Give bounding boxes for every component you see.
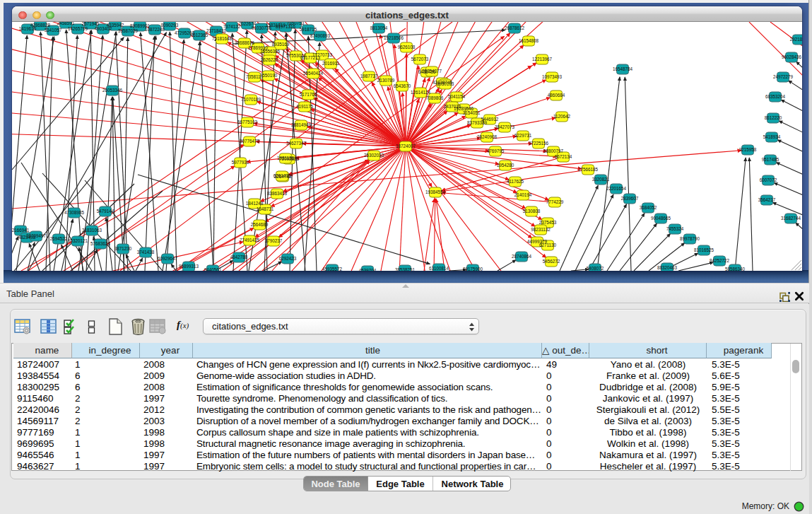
- svg-text:63100814: 63100814: [429, 266, 449, 271]
- svg-text:4612365: 4612365: [191, 33, 208, 37]
- svg-text:5041154: 5041154: [448, 94, 466, 99]
- svg-text:5130808: 5130808: [523, 209, 541, 214]
- svg-text:7550190: 7550190: [260, 73, 278, 78]
- svg-text:4335942: 4335942: [107, 23, 124, 28]
- svg-text:29175900: 29175900: [463, 267, 483, 271]
- svg-text:71070189: 71070189: [241, 97, 261, 102]
- svg-text:3741438: 3741438: [137, 250, 155, 255]
- svg-text:75181648: 75181648: [212, 36, 233, 41]
- svg-text:1987737: 1987737: [360, 74, 378, 78]
- svg-text:90048665: 90048665: [651, 216, 671, 221]
- svg-text:38427073: 38427073: [495, 124, 515, 129]
- svg-text:20709497: 20709497: [26, 233, 47, 238]
- svg-text:9517485: 9517485: [762, 157, 779, 162]
- svg-text:12614124: 12614124: [411, 90, 431, 95]
- svg-text:7089806: 7089806: [426, 95, 444, 100]
- svg-text:66775103: 66775103: [237, 119, 258, 124]
- svg-text:84252722: 84252722: [710, 258, 730, 263]
- svg-text:57683626: 57683626: [90, 241, 111, 246]
- svg-text:2458591: 2458591: [57, 22, 75, 25]
- svg-text:68800797: 68800797: [543, 148, 564, 153]
- svg-text:45935572: 45935572: [322, 267, 343, 271]
- svg-text:3320821: 3320821: [592, 177, 610, 182]
- svg-text:17270733: 17270733: [312, 52, 333, 57]
- svg-text:6261415: 6261415: [273, 173, 291, 178]
- svg-text:77491435: 77491435: [240, 238, 260, 243]
- svg-text:95320121: 95320121: [68, 238, 88, 243]
- svg-text:6229731: 6229731: [514, 133, 532, 138]
- svg-text:8090293: 8090293: [161, 23, 179, 28]
- svg-text:8813054: 8813054: [370, 25, 388, 30]
- svg-text:6543670: 6543670: [394, 83, 411, 88]
- svg-text:38688676: 38688676: [235, 40, 255, 45]
- svg-text:1981186: 1981186: [277, 156, 295, 160]
- svg-text:16154808: 16154808: [519, 38, 539, 43]
- svg-text:2564689: 2564689: [251, 222, 269, 227]
- svg-text:25302033: 25302033: [364, 153, 384, 158]
- svg-text:19218506: 19218506: [384, 35, 404, 40]
- svg-text:22201654: 22201654: [606, 186, 627, 191]
- svg-text:19384554: 19384554: [425, 189, 446, 194]
- svg-text:6672134: 6672134: [555, 154, 572, 159]
- svg-text:5408072: 5408072: [587, 266, 604, 271]
- svg-text:42868828: 42868828: [30, 23, 51, 28]
- svg-text:6271130: 6271130: [539, 243, 557, 247]
- svg-text:2375453: 2375453: [539, 220, 557, 225]
- svg-text:1120642: 1120642: [553, 114, 571, 119]
- svg-text:16548784: 16548784: [613, 66, 633, 71]
- svg-text:2130789: 2130789: [377, 78, 395, 83]
- svg-text:89978790: 89978790: [680, 236, 700, 241]
- svg-text:8612220: 8612220: [765, 115, 782, 120]
- svg-text:28814949: 28814949: [291, 122, 312, 127]
- svg-text:9626108: 9626108: [398, 45, 416, 49]
- svg-text:31831063: 31831063: [82, 228, 102, 233]
- svg-text:3564217: 3564217: [758, 197, 776, 202]
- svg-text:2839607: 2839607: [621, 196, 639, 201]
- svg-text:4539704: 4539704: [359, 268, 377, 271]
- svg-text:14265799: 14265799: [68, 26, 88, 31]
- svg-text:4842788: 4842788: [230, 255, 248, 259]
- svg-text:1841248: 1841248: [246, 201, 264, 206]
- svg-text:8935169: 8935169: [272, 42, 290, 47]
- svg-text:4860684: 4860684: [548, 93, 565, 98]
- svg-text:34627347: 34627347: [286, 141, 307, 146]
- svg-text:26878612: 26878612: [505, 25, 525, 30]
- svg-text:24972279: 24972279: [773, 74, 794, 79]
- svg-text:30776478: 30776478: [240, 139, 260, 144]
- svg-text:55540424: 55540424: [303, 71, 324, 76]
- svg-text:5977931: 5977931: [232, 160, 249, 165]
- svg-text:5171761: 5171761: [300, 92, 317, 97]
- svg-text:83863413: 83863413: [267, 191, 288, 196]
- svg-text:31682744: 31682744: [781, 216, 801, 221]
- svg-text:5446912: 5446912: [481, 117, 499, 122]
- svg-text:3684052: 3684052: [640, 205, 657, 210]
- svg-text:7455324: 7455324: [666, 226, 684, 231]
- svg-text:2140194: 2140194: [514, 192, 532, 197]
- svg-text:5918715: 5918715: [300, 27, 317, 32]
- svg-text:60929647: 60929647: [158, 256, 178, 261]
- svg-text:95899313: 95899313: [179, 264, 199, 269]
- svg-text:47308985: 47308985: [64, 210, 85, 215]
- svg-text:3871230: 3871230: [114, 246, 132, 251]
- svg-text:1848731: 1848731: [257, 206, 274, 211]
- svg-text:38754377: 38754377: [422, 69, 442, 74]
- svg-text:5418934: 5418934: [763, 134, 781, 139]
- svg-text:26053346: 26053346: [102, 88, 123, 93]
- svg-text:6007072: 6007072: [760, 177, 777, 182]
- svg-text:4769795: 4769795: [487, 148, 505, 153]
- svg-text:88320463: 88320463: [657, 265, 678, 270]
- svg-text:17869910: 17869910: [248, 45, 269, 50]
- svg-text:3154051: 3154051: [463, 110, 481, 115]
- svg-text:5672073: 5672073: [411, 57, 429, 62]
- svg-text:98231132: 98231132: [531, 227, 551, 232]
- svg-text:10872248: 10872248: [145, 27, 165, 32]
- svg-text:7774229: 7774229: [546, 199, 564, 204]
- svg-text:4117625: 4117625: [507, 179, 524, 184]
- svg-text:97225156: 97225156: [529, 141, 549, 146]
- svg-text:1954280: 1954280: [497, 163, 514, 168]
- svg-text:5456272: 5456272: [543, 259, 560, 264]
- svg-text:12213967: 12213967: [532, 57, 553, 62]
- svg-text:2166941: 2166941: [12, 228, 30, 233]
- svg-text:81016525: 81016525: [694, 247, 714, 252]
- svg-text:28740864: 28740864: [512, 254, 532, 259]
